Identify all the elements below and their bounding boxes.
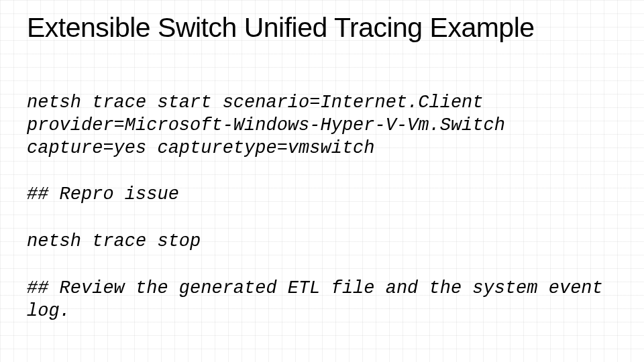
command-start: netsh trace start scenario=Internet.Clie… <box>27 92 617 160</box>
slide-title: Extensible Switch Unified Tracing Exampl… <box>27 12 617 44</box>
slide-body: netsh trace start scenario=Internet.Clie… <box>27 92 617 322</box>
command-stop: netsh trace stop <box>27 231 617 253</box>
repro-note: ## Repro issue <box>27 184 617 206</box>
review-note: ## Review the generated ETL file and the… <box>27 278 617 323</box>
slide: Extensible Switch Unified Tracing Exampl… <box>0 0 644 336</box>
